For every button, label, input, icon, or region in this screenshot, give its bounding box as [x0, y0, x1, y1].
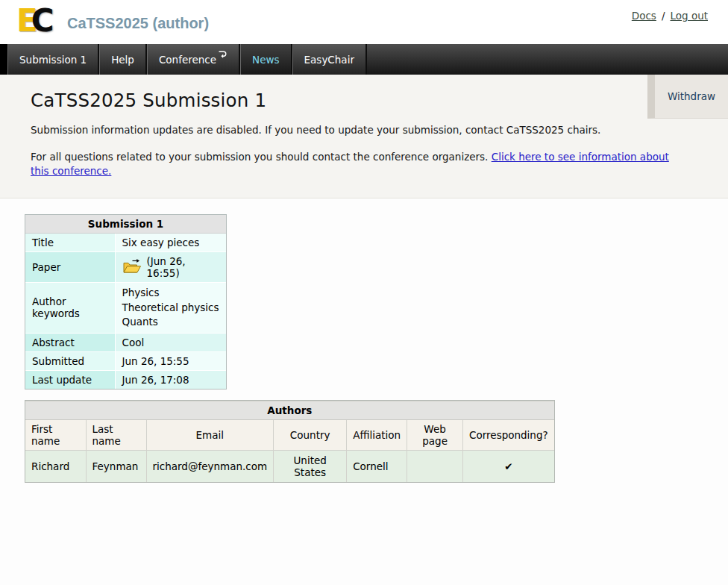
author-web-page [407, 450, 463, 482]
menu-item-submission-1[interactable]: Submission 1 [7, 44, 99, 75]
withdraw-label: Withdraw [668, 90, 715, 102]
col-header-last-name: Last name [86, 419, 146, 450]
menu-label: Submission 1 [19, 54, 87, 66]
col-header-email: Email [146, 419, 274, 450]
menu-item-help[interactable]: Help [99, 44, 147, 75]
docs-link[interactable]: Docs [632, 10, 656, 22]
contact-text: For all questions related to your submis… [31, 151, 488, 163]
menu-label: Conference [159, 54, 216, 66]
table-row-title: Title Six easy pieces [25, 234, 226, 252]
menu-label: EasyChair [304, 54, 354, 66]
paper-timestamp: (Jun 26, 16:55) [147, 255, 220, 279]
submission-table-frame: Submission 1 Title Six easy pieces Paper [25, 214, 227, 390]
withdraw-tab[interactable]: Withdraw [647, 75, 728, 119]
row-value: Six easy pieces [115, 234, 226, 252]
conference-role-title: CaTSS2025 (author) [67, 15, 209, 32]
menu-item-conference[interactable]: Conference [147, 44, 240, 75]
authors-table-frame: Authors First name Last name Email Count… [25, 400, 555, 483]
col-header-affiliation: Affiliation [347, 419, 407, 450]
table-row-abstract: Abstract Cool [25, 333, 226, 351]
author-email: richard@feynman.com [146, 450, 274, 482]
row-label: Paper [25, 252, 115, 283]
authors-table: Authors First name Last name Email Count… [25, 401, 554, 482]
keyword: Theoretical physics [122, 301, 220, 316]
logo-letter-c: C [31, 2, 53, 39]
table-row-paper: Paper [25, 252, 226, 283]
open-folder-icon [122, 258, 142, 277]
paper-cell: (Jun 26, 16:55) [122, 255, 220, 279]
table-row-submitted: Submitted Jun 26, 15:55 [25, 351, 226, 370]
author-last-name: Feynman [86, 450, 146, 482]
author-country: United States [274, 450, 347, 482]
author-corresponding-check: ✔ [463, 450, 554, 482]
row-value: Cool [115, 333, 226, 351]
top-links: Docs/Log out [632, 10, 708, 22]
paper-download-link[interactable] [122, 258, 142, 277]
submission-table-title: Submission 1 [25, 215, 226, 234]
row-value: Jun 26, 15:55 [115, 351, 226, 370]
author-affiliation: Cornell [347, 450, 407, 482]
authors-table-title: Authors [25, 401, 554, 419]
table-row-keywords: Author keywords Physics Theoretical phys… [25, 283, 226, 334]
author-row: Richard Feynman richard@feynman.com Unit… [25, 450, 554, 482]
main-menu-bar: Submission 1 Help Conference News EasyCh… [0, 44, 728, 75]
table-row-last-update: Last update Jun 26, 17:08 [25, 370, 226, 389]
menu-item-news[interactable]: News [240, 44, 292, 75]
notice-text: Submission information updates are disab… [31, 124, 600, 136]
intro-section: CaTSS2025 Submission 1 Submission inform… [0, 75, 728, 198]
row-label: Abstract [25, 333, 115, 351]
col-header-corresponding: Corresponding? [463, 419, 554, 450]
content-area: Submission 1 Title Six easy pieces Paper [0, 198, 728, 485]
return-arrow-icon [218, 49, 228, 61]
row-label: Author keywords [25, 283, 115, 334]
row-label: Title [25, 234, 115, 252]
menu-item-easychair[interactable]: EasyChair [292, 44, 367, 75]
contact-paragraph: For all questions related to your submis… [31, 150, 681, 179]
page-title: CaTSS2025 Submission 1 [31, 90, 697, 111]
updates-disabled-notice: Submission information updates are disab… [31, 123, 681, 138]
submission-table: Submission 1 Title Six easy pieces Paper [25, 215, 226, 389]
row-value: Jun 26, 17:08 [115, 370, 226, 389]
menu-label: Help [111, 54, 134, 66]
menu-label: News [252, 54, 279, 66]
authors-header-row: First name Last name Email Country Affil… [25, 419, 554, 450]
keyword: Physics [122, 286, 220, 301]
row-value: Physics Theoretical physics Quants [115, 283, 226, 334]
links-separator: / [662, 10, 665, 22]
row-label: Submitted [25, 351, 115, 370]
col-header-country: Country [274, 419, 347, 450]
top-header: EC CaTSS2025 (author) Docs/Log out [0, 0, 728, 44]
row-label: Last update [25, 370, 115, 389]
col-header-web-page: Web page [407, 419, 463, 450]
col-header-first-name: First name [25, 419, 86, 450]
keyword: Quants [122, 315, 220, 330]
logout-link[interactable]: Log out [670, 10, 708, 22]
easychair-logo: EC [16, 4, 53, 37]
author-first-name: Richard [25, 450, 86, 482]
